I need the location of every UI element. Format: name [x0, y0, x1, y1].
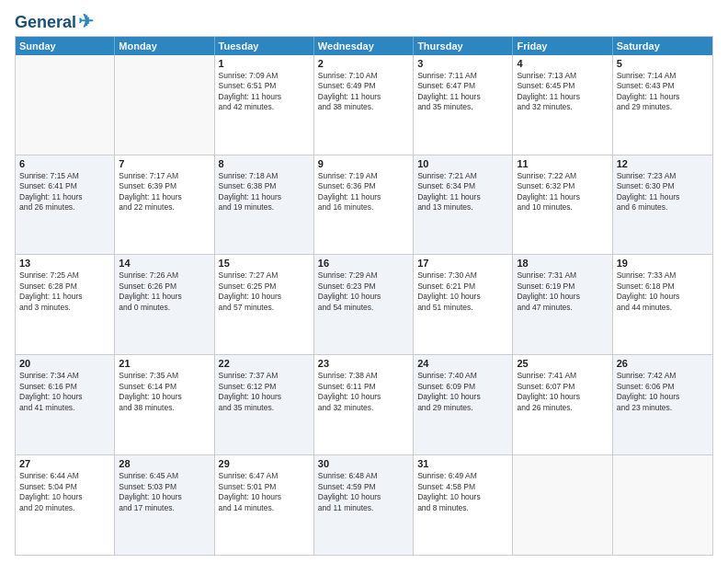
- calendar-cell-23: 23Sunrise: 7:38 AM Sunset: 6:11 PM Dayli…: [314, 355, 414, 454]
- logo-bird-icon: ✈: [78, 11, 94, 31]
- calendar-row-5: 27Sunrise: 6:44 AM Sunset: 5:04 PM Dayli…: [16, 454, 712, 555]
- cell-info: Sunrise: 7:27 AM Sunset: 6:25 PM Dayligh…: [219, 270, 310, 313]
- day-number: 12: [617, 158, 709, 169]
- calendar-cell-16: 16Sunrise: 7:29 AM Sunset: 6:23 PM Dayli…: [314, 255, 414, 354]
- cell-info: Sunrise: 6:45 AM Sunset: 5:03 PM Dayligh…: [119, 471, 210, 513]
- calendar-cell-15: 15Sunrise: 7:27 AM Sunset: 6:25 PM Dayli…: [215, 255, 314, 354]
- day-number: 7: [119, 158, 210, 169]
- header-cell-friday: Friday: [513, 37, 612, 55]
- cell-info: Sunrise: 7:40 AM Sunset: 6:09 PM Dayligh…: [417, 371, 508, 413]
- cell-info: Sunrise: 7:38 AM Sunset: 6:11 PM Dayligh…: [318, 371, 409, 413]
- calendar-cell-30: 30Sunrise: 6:48 AM Sunset: 4:59 PM Dayli…: [314, 455, 414, 555]
- cell-info: Sunrise: 7:30 AM Sunset: 6:21 PM Dayligh…: [417, 270, 508, 313]
- day-number: 18: [517, 258, 608, 269]
- cell-info: Sunrise: 7:41 AM Sunset: 6:07 PM Dayligh…: [517, 371, 608, 413]
- day-number: 25: [517, 358, 608, 369]
- cell-info: Sunrise: 6:47 AM Sunset: 5:01 PM Dayligh…: [219, 471, 310, 513]
- calendar-row-3: 13Sunrise: 7:25 AM Sunset: 6:28 PM Dayli…: [16, 254, 712, 354]
- day-number: 3: [417, 58, 508, 69]
- header-cell-sunday: Sunday: [16, 37, 115, 55]
- cell-info: Sunrise: 7:21 AM Sunset: 6:34 PM Dayligh…: [417, 171, 508, 213]
- cell-info: Sunrise: 6:44 AM Sunset: 5:04 PM Dayligh…: [19, 471, 110, 513]
- calendar-cell-31: 31Sunrise: 6:49 AM Sunset: 4:58 PM Dayli…: [414, 455, 513, 555]
- day-number: 15: [219, 258, 310, 269]
- day-number: 30: [318, 458, 409, 469]
- calendar-row-1: 1Sunrise: 7:09 AM Sunset: 6:51 PM Daylig…: [16, 55, 712, 155]
- day-number: 2: [318, 58, 409, 69]
- cell-info: Sunrise: 7:26 AM Sunset: 6:26 PM Dayligh…: [119, 270, 210, 313]
- day-number: 17: [417, 258, 508, 269]
- logo-general: General✈: [15, 11, 94, 32]
- calendar-cell-10: 10Sunrise: 7:21 AM Sunset: 6:34 PM Dayli…: [414, 155, 513, 255]
- calendar-row-4: 20Sunrise: 7:34 AM Sunset: 6:16 PM Dayli…: [16, 354, 712, 454]
- calendar-cell-2: 2Sunrise: 7:10 AM Sunset: 6:49 PM Daylig…: [314, 55, 414, 155]
- calendar-cell-11: 11Sunrise: 7:22 AM Sunset: 6:32 PM Dayli…: [513, 155, 612, 255]
- cell-info: Sunrise: 7:13 AM Sunset: 6:45 PM Dayligh…: [517, 71, 608, 113]
- cell-info: Sunrise: 7:14 AM Sunset: 6:43 PM Dayligh…: [617, 71, 709, 113]
- cell-info: Sunrise: 7:25 AM Sunset: 6:28 PM Dayligh…: [19, 270, 110, 313]
- day-number: 13: [19, 258, 110, 269]
- cell-info: Sunrise: 7:10 AM Sunset: 6:49 PM Dayligh…: [318, 71, 409, 113]
- calendar-cell-5: 5Sunrise: 7:14 AM Sunset: 6:43 PM Daylig…: [613, 55, 712, 155]
- calendar-cell-17: 17Sunrise: 7:30 AM Sunset: 6:21 PM Dayli…: [414, 255, 513, 354]
- cell-info: Sunrise: 7:15 AM Sunset: 6:41 PM Dayligh…: [19, 171, 110, 213]
- calendar-cell-18: 18Sunrise: 7:31 AM Sunset: 6:19 PM Dayli…: [513, 255, 612, 354]
- logo: General✈: [15, 11, 94, 30]
- calendar-cell-12: 12Sunrise: 7:23 AM Sunset: 6:30 PM Dayli…: [613, 155, 712, 255]
- calendar-cell-1: 1Sunrise: 7:09 AM Sunset: 6:51 PM Daylig…: [215, 55, 314, 155]
- calendar-cell-4: 4Sunrise: 7:13 AM Sunset: 6:45 PM Daylig…: [513, 55, 612, 155]
- day-number: 27: [19, 458, 110, 469]
- day-number: 28: [119, 458, 210, 469]
- calendar-cell-28: 28Sunrise: 6:45 AM Sunset: 5:03 PM Dayli…: [115, 455, 214, 555]
- cell-info: Sunrise: 7:37 AM Sunset: 6:12 PM Dayligh…: [219, 371, 310, 413]
- calendar-cell-22: 22Sunrise: 7:37 AM Sunset: 6:12 PM Dayli…: [215, 355, 314, 454]
- calendar: SundayMondayTuesdayWednesdayThursdayFrid…: [15, 36, 713, 556]
- cell-info: Sunrise: 7:11 AM Sunset: 6:47 PM Dayligh…: [417, 71, 508, 113]
- header-cell-saturday: Saturday: [613, 37, 712, 55]
- calendar-header: SundayMondayTuesdayWednesdayThursdayFrid…: [16, 37, 712, 55]
- day-number: 26: [617, 358, 709, 369]
- calendar-cell-empty: [115, 55, 214, 155]
- calendar-cell-29: 29Sunrise: 6:47 AM Sunset: 5:01 PM Dayli…: [215, 455, 314, 555]
- day-number: 16: [318, 258, 409, 269]
- calendar-row-2: 6Sunrise: 7:15 AM Sunset: 6:41 PM Daylig…: [16, 155, 712, 255]
- cell-info: Sunrise: 7:33 AM Sunset: 6:18 PM Dayligh…: [617, 270, 709, 313]
- cell-info: Sunrise: 7:31 AM Sunset: 6:19 PM Dayligh…: [517, 270, 608, 313]
- cell-info: Sunrise: 7:42 AM Sunset: 6:06 PM Dayligh…: [617, 371, 709, 413]
- header-cell-tuesday: Tuesday: [215, 37, 314, 55]
- cell-info: Sunrise: 6:48 AM Sunset: 4:59 PM Dayligh…: [318, 471, 409, 513]
- calendar-cell-13: 13Sunrise: 7:25 AM Sunset: 6:28 PM Dayli…: [16, 255, 115, 354]
- cell-info: Sunrise: 7:22 AM Sunset: 6:32 PM Dayligh…: [517, 171, 608, 213]
- cell-info: Sunrise: 7:17 AM Sunset: 6:39 PM Dayligh…: [119, 171, 210, 213]
- cell-info: Sunrise: 7:29 AM Sunset: 6:23 PM Dayligh…: [318, 270, 409, 313]
- cell-info: Sunrise: 7:35 AM Sunset: 6:14 PM Dayligh…: [119, 371, 210, 413]
- day-number: 10: [417, 158, 508, 169]
- day-number: 29: [219, 458, 310, 469]
- calendar-cell-3: 3Sunrise: 7:11 AM Sunset: 6:47 PM Daylig…: [414, 55, 513, 155]
- calendar-body: 1Sunrise: 7:09 AM Sunset: 6:51 PM Daylig…: [16, 55, 712, 555]
- calendar-cell-27: 27Sunrise: 6:44 AM Sunset: 5:04 PM Dayli…: [16, 455, 115, 555]
- day-number: 20: [19, 358, 110, 369]
- header-cell-monday: Monday: [115, 37, 214, 55]
- calendar-cell-26: 26Sunrise: 7:42 AM Sunset: 6:06 PM Dayli…: [613, 355, 712, 454]
- calendar-cell-empty: [513, 455, 612, 555]
- calendar-cell-empty: [16, 55, 115, 155]
- day-number: 23: [318, 358, 409, 369]
- day-number: 22: [219, 358, 310, 369]
- calendar-cell-7: 7Sunrise: 7:17 AM Sunset: 6:39 PM Daylig…: [115, 155, 214, 255]
- cell-info: Sunrise: 7:34 AM Sunset: 6:16 PM Dayligh…: [19, 371, 110, 413]
- calendar-cell-19: 19Sunrise: 7:33 AM Sunset: 6:18 PM Dayli…: [613, 255, 712, 354]
- cell-info: Sunrise: 7:09 AM Sunset: 6:51 PM Dayligh…: [219, 71, 310, 113]
- day-number: 9: [318, 158, 409, 169]
- day-number: 1: [219, 58, 310, 69]
- header-cell-wednesday: Wednesday: [314, 37, 414, 55]
- day-number: 4: [517, 58, 608, 69]
- day-number: 5: [617, 58, 709, 69]
- calendar-cell-20: 20Sunrise: 7:34 AM Sunset: 6:16 PM Dayli…: [16, 355, 115, 454]
- calendar-cell-24: 24Sunrise: 7:40 AM Sunset: 6:09 PM Dayli…: [414, 355, 513, 454]
- header: General✈: [15, 11, 713, 30]
- day-number: 14: [119, 258, 210, 269]
- header-cell-thursday: Thursday: [414, 37, 513, 55]
- day-number: 19: [617, 258, 709, 269]
- day-number: 24: [417, 358, 508, 369]
